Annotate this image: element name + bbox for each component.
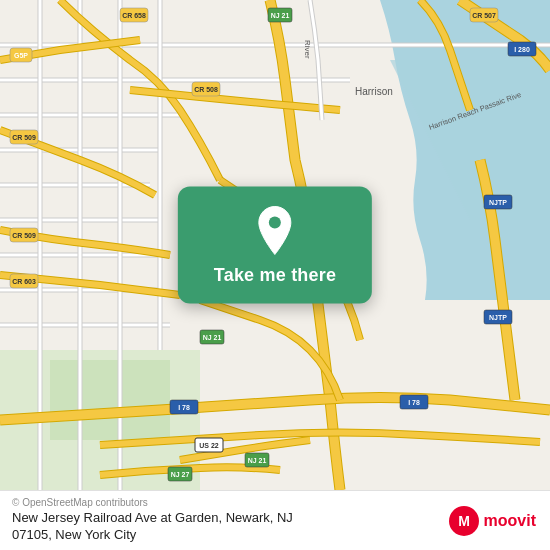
svg-text:Harrison: Harrison	[355, 86, 393, 97]
take-me-there-overlay[interactable]: Take me there	[178, 187, 372, 304]
address-line1: New Jersey Railroad Ave at Garden, Newar…	[12, 510, 293, 525]
svg-text:CR 509: CR 509	[12, 232, 36, 239]
svg-text:NJ 21: NJ 21	[248, 457, 267, 464]
moovit-brand-icon: M	[448, 505, 480, 537]
map-container: G5P CR 658 NJ 21 CR 507 CR 508 CR 509 CR…	[0, 0, 550, 490]
svg-text:US 22: US 22	[199, 442, 219, 449]
svg-text:I 78: I 78	[408, 399, 420, 406]
address-text: New Jersey Railroad Ave at Garden, Newar…	[12, 510, 448, 544]
svg-text:NJ 21: NJ 21	[203, 334, 222, 341]
svg-text:I 280: I 280	[514, 46, 530, 53]
svg-rect-2	[50, 360, 170, 440]
svg-text:NJ 21: NJ 21	[271, 12, 290, 19]
svg-text:River: River	[303, 40, 312, 59]
location-pin-icon	[253, 205, 297, 257]
svg-text:CR 603: CR 603	[12, 278, 36, 285]
moovit-logo: M moovit	[448, 505, 536, 537]
address-line2: 07105, New York City	[12, 527, 136, 542]
svg-text:CR 658: CR 658	[122, 12, 146, 19]
svg-text:CR 507: CR 507	[472, 12, 496, 19]
svg-text:CR 508: CR 508	[194, 86, 218, 93]
svg-text:CR 509: CR 509	[12, 134, 36, 141]
svg-text:NJTP: NJTP	[489, 199, 507, 206]
bottom-bar: © OpenStreetMap contributors New Jersey …	[0, 490, 550, 550]
address-section: © OpenStreetMap contributors New Jersey …	[12, 497, 448, 544]
svg-text:I 78: I 78	[178, 404, 190, 411]
svg-point-68	[269, 217, 281, 229]
navigation-button-box[interactable]: Take me there	[178, 187, 372, 304]
svg-text:NJTP: NJTP	[489, 314, 507, 321]
moovit-brand-name: moovit	[484, 512, 536, 530]
svg-text:G5P: G5P	[14, 52, 28, 59]
take-me-there-button[interactable]: Take me there	[214, 265, 336, 286]
svg-text:NJ 27: NJ 27	[171, 471, 190, 478]
svg-text:M: M	[458, 513, 470, 529]
copyright-text: © OpenStreetMap contributors	[12, 497, 448, 508]
